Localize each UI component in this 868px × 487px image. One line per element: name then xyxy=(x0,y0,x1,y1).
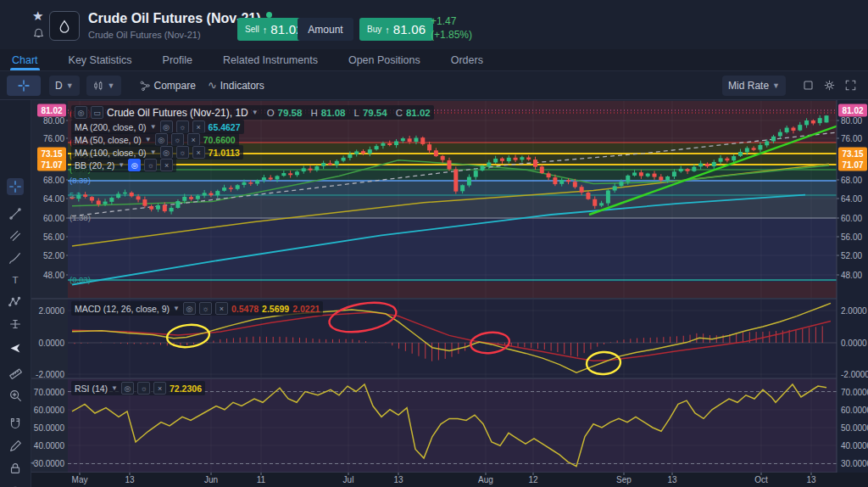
settings-icon[interactable]: ☼ xyxy=(199,302,212,315)
indicator-value: 70.6600 xyxy=(203,135,236,145)
svg-text:80.00: 80.00 xyxy=(43,116,64,126)
interval-selector[interactable]: D▼ xyxy=(49,76,80,96)
favorite-star-icon[interactable]: ★ xyxy=(32,8,43,24)
svg-text:Sep: Sep xyxy=(616,475,632,484)
close-icon[interactable]: × xyxy=(160,159,173,171)
svg-text:60.0000: 60.0000 xyxy=(34,406,65,415)
price-change: +1.47(+1.85%) xyxy=(431,14,472,42)
svg-text:-2.0000: -2.0000 xyxy=(36,370,64,379)
legend-macd-row: MACD (12, 26, close, 9)▼◎☼×0.54782.56992… xyxy=(71,301,323,316)
svg-text:May: May xyxy=(72,475,88,484)
settings-button[interactable] xyxy=(819,76,840,96)
svg-text:13: 13 xyxy=(667,475,677,484)
indicator-value: 65.4627 xyxy=(209,122,241,132)
settings-icon[interactable]: ☼ xyxy=(144,159,157,171)
svg-text:52.00: 52.00 xyxy=(841,251,862,260)
close-icon[interactable]: × xyxy=(215,302,228,315)
visibility-icon[interactable]: ◎ xyxy=(155,133,168,146)
eye-icon[interactable]: ◎ xyxy=(75,106,87,119)
visibility-icon[interactable]: ◎ xyxy=(183,302,196,315)
time-axis[interactable] xyxy=(31,473,868,487)
tab-chart[interactable]: Chart xyxy=(10,49,40,70)
crosshair-tool[interactable] xyxy=(7,178,24,195)
expand-icon xyxy=(844,79,857,92)
tab-key-statistics[interactable]: Key Statistics xyxy=(67,49,134,70)
chevron-down-icon[interactable]: ▼ xyxy=(111,384,118,392)
visibility-icon[interactable]: ◎ xyxy=(160,120,173,133)
alert-bell-icon[interactable] xyxy=(32,27,45,43)
brush-tool[interactable] xyxy=(7,249,24,266)
chevron-down-icon[interactable]: ▼ xyxy=(150,123,157,131)
settings-icon[interactable]: ☼ xyxy=(171,133,184,146)
text-tool[interactable]: T xyxy=(7,271,24,288)
chart-style-selector[interactable]: ▼ xyxy=(86,76,121,96)
svg-text:Aug: Aug xyxy=(478,475,493,484)
up-arrow-icon: ↑ xyxy=(263,25,268,35)
indicators-button[interactable]: ∿ Indicators xyxy=(202,76,270,96)
chevron-down-icon[interactable]: ▼ xyxy=(173,305,180,312)
chevron-down-icon: ▼ xyxy=(66,81,74,90)
close-icon[interactable]: × xyxy=(153,382,166,395)
drawing-toolbar: T xyxy=(0,100,31,487)
svg-text:(0.03): (0.03) xyxy=(70,275,91,284)
macd-value: 2.0221 xyxy=(292,304,320,314)
svg-text:50.0000: 50.0000 xyxy=(34,423,65,433)
chevron-down-icon[interactable]: ▼ xyxy=(118,161,125,169)
cursor-arrow-tool[interactable] xyxy=(7,339,24,356)
settings-icon[interactable]: ☼ xyxy=(137,382,150,395)
svg-text:73.15: 73.15 xyxy=(41,149,62,159)
svg-text:30.0000: 30.0000 xyxy=(841,459,868,468)
compare-button[interactable]: Compare xyxy=(133,76,202,96)
visibility-icon[interactable]: ◎ xyxy=(121,382,134,395)
tab-open-positions[interactable]: Open Positions xyxy=(347,49,422,70)
svg-text:40.0000: 40.0000 xyxy=(841,441,868,451)
toolbar-collapse-handle[interactable]: ◂ xyxy=(31,458,35,467)
buy-button[interactable]: Buy↑81.06 xyxy=(359,18,433,41)
close-icon[interactable]: × xyxy=(192,120,205,133)
chevron-down-icon[interactable]: ▼ xyxy=(150,148,157,156)
svg-text:2.0000: 2.0000 xyxy=(841,306,867,316)
tab-orders[interactable]: Orders xyxy=(449,49,485,70)
mid-rate-selector[interactable]: Mid Rate▼ xyxy=(722,76,786,96)
chevron-down-icon: ▼ xyxy=(772,81,780,90)
close-icon[interactable]: × xyxy=(187,133,200,146)
visibility-icon[interactable]: ◎ xyxy=(160,146,173,159)
chevron-down-icon[interactable]: ▼ xyxy=(252,109,259,116)
svg-text:70.0000: 70.0000 xyxy=(841,388,868,397)
crosshair-tool-button[interactable] xyxy=(7,76,41,96)
ruler-tool[interactable] xyxy=(7,365,24,382)
section-tabs: ChartKey StatisticsProfileRelated Instru… xyxy=(0,49,868,71)
up-arrow-icon: ↑ xyxy=(385,25,390,35)
snapshot-button[interactable] xyxy=(798,76,819,96)
settings-icon[interactable]: ☼ xyxy=(176,146,189,159)
svg-text:70.0000: 70.0000 xyxy=(34,388,65,397)
collapse-icon[interactable]: ▭ xyxy=(91,106,103,119)
zoom-in-tool[interactable] xyxy=(7,387,24,404)
svg-text:Oct: Oct xyxy=(754,475,768,484)
edit-tool[interactable] xyxy=(7,438,24,455)
indicators-icon: ∿ xyxy=(208,79,217,92)
trend-line-tool[interactable] xyxy=(7,205,24,222)
tab-profile[interactable]: Profile xyxy=(161,49,194,70)
amount-input[interactable]: Amount xyxy=(298,18,353,41)
tab-related-instruments[interactable]: Related Instruments xyxy=(221,49,320,70)
lock-tool[interactable] xyxy=(7,460,24,477)
xabcd-pattern-tool[interactable] xyxy=(7,294,24,311)
instrument-icon xyxy=(49,11,80,41)
close-icon[interactable]: × xyxy=(192,146,205,159)
magnet-tool[interactable] xyxy=(7,416,24,433)
fullscreen-button[interactable] xyxy=(840,76,861,96)
svg-text:68.00: 68.00 xyxy=(43,176,64,185)
rsi-value: 72.2306 xyxy=(170,383,202,394)
forecast-tool[interactable] xyxy=(7,316,24,333)
gear-icon xyxy=(823,79,836,92)
chevron-down-icon[interactable]: ▼ xyxy=(145,136,152,143)
svg-text:2.0000: 2.0000 xyxy=(38,306,64,316)
parallel-channel-tool[interactable] xyxy=(7,227,24,244)
eye-tool[interactable] xyxy=(7,482,24,487)
settings-icon[interactable]: ☼ xyxy=(176,120,189,133)
chart-toolbar: D▼ ▼ Compare ∿ Indicators Mid Rate▼ xyxy=(0,71,868,100)
visibility-icon[interactable]: ◎ xyxy=(128,159,141,171)
svg-text:12: 12 xyxy=(528,475,538,484)
svg-text:80.00: 80.00 xyxy=(841,116,862,126)
